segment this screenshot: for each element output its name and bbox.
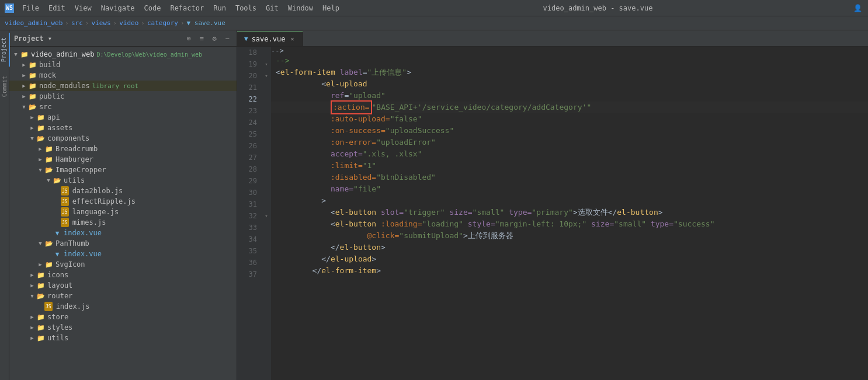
tree-utils-src[interactable]: ▶ 📁 utils bbox=[9, 333, 237, 343]
tree-index-vue-panthumb[interactable]: ▼ index.vue bbox=[9, 249, 237, 259]
breadcrumb-category[interactable]: category bbox=[147, 19, 178, 27]
editor-tab-save-vue[interactable]: ▼ save.vue ✕ bbox=[237, 31, 303, 46]
tab-close-btn[interactable]: ✕ bbox=[289, 36, 296, 43]
breadcrumb-views[interactable]: views bbox=[91, 19, 110, 27]
gutter-22 bbox=[262, 93, 271, 105]
tree-breadcrumb[interactable]: ▶ 📁 Breadcrumb bbox=[9, 144, 237, 154]
root-folder-icon: 📁 bbox=[20, 50, 29, 59]
tree-index-vue-imagecropper[interactable]: ▼ index.vue bbox=[9, 228, 237, 238]
tree-src[interactable]: ▼ 📂 src bbox=[9, 102, 237, 112]
code-line-37 bbox=[271, 277, 868, 288]
api-arrow-icon: ▶ bbox=[28, 113, 36, 121]
code-line-34: </el-button> bbox=[271, 242, 868, 253]
gutter-33 bbox=[262, 222, 271, 233]
breadcrumb-folder-icon: 📁 bbox=[44, 144, 54, 154]
menu-git[interactable]: Git bbox=[261, 3, 283, 13]
gutter-30 bbox=[262, 187, 271, 198]
tree-router[interactable]: ▼ 📂 router bbox=[9, 291, 237, 301]
language-label: language.js bbox=[72, 208, 119, 216]
menu-refactor[interactable]: Refactor bbox=[165, 3, 209, 13]
tree-store[interactable]: ▶ 📁 store bbox=[9, 312, 237, 322]
mimes-arrow-icon bbox=[53, 218, 61, 226]
menu-run[interactable]: Run bbox=[209, 3, 231, 13]
breadcrumb-arrow-icon: ▶ bbox=[36, 145, 44, 153]
code-line-20: <el-upload bbox=[271, 78, 868, 90]
index-vue-panthumb-label: index.vue bbox=[64, 250, 102, 258]
code-line-36: </el-form-item> bbox=[271, 265, 868, 277]
line-num-33: 33 bbox=[237, 222, 262, 233]
gutter-34 bbox=[262, 233, 271, 245]
hamburger-folder-icon: 📁 bbox=[44, 155, 54, 164]
sidebar-minimize-btn[interactable]: − bbox=[223, 34, 232, 43]
menu-window[interactable]: Window bbox=[283, 3, 318, 13]
node-modules-label: node_modules bbox=[39, 82, 90, 90]
breadcrumb-project[interactable]: video_admin_web bbox=[5, 19, 63, 27]
tree-effectripple[interactable]: JS effectRipple.js bbox=[9, 196, 237, 207]
menu-help[interactable]: Help bbox=[318, 3, 344, 13]
code-line-19: <el-form-item label="上传信息"> bbox=[271, 67, 868, 78]
tree-router-index-js[interactable]: JS index.js bbox=[9, 301, 237, 312]
effectripple-arrow-icon bbox=[53, 197, 61, 205]
tree-mock[interactable]: ▶ 📁 mock bbox=[9, 70, 237, 81]
menu-view[interactable]: View bbox=[70, 3, 96, 13]
panthumb-arrow-icon: ▼ bbox=[36, 239, 44, 247]
tree-icons[interactable]: ▶ 📁 icons bbox=[9, 270, 237, 280]
code-line-25: :on-error="uploadError" bbox=[271, 137, 868, 148]
effectripple-label: effectRipple.js bbox=[72, 197, 136, 205]
breadcrumb-src[interactable]: src bbox=[71, 19, 83, 27]
line-num-27: 27 bbox=[237, 152, 262, 163]
tree-public[interactable]: ▶ 📁 public bbox=[9, 91, 237, 102]
gutter-26 bbox=[262, 140, 271, 152]
mock-arrow-icon: ▶ bbox=[20, 71, 28, 79]
menu-edit[interactable]: Edit bbox=[44, 3, 70, 13]
tree-build[interactable]: ▶ 📁 build bbox=[9, 60, 237, 70]
tree-data2blob[interactable]: JS data2blob.js bbox=[9, 186, 237, 196]
tree-mimes[interactable]: JS mimes.js bbox=[9, 217, 237, 228]
gutter-31 bbox=[262, 198, 271, 210]
sidebar-structure-btn[interactable]: ≡ bbox=[197, 34, 206, 43]
tree-language[interactable]: JS language.js bbox=[9, 207, 237, 217]
tree-svgicon[interactable]: ▶ 📁 SvgIcon bbox=[9, 259, 237, 270]
language-file-icon: JS bbox=[61, 207, 69, 217]
styles-folder-icon: 📁 bbox=[36, 323, 46, 332]
menu-file[interactable]: File bbox=[18, 3, 44, 13]
sidebar-add-btn[interactable]: ⊕ bbox=[184, 34, 193, 43]
tree-hamburger[interactable]: ▶ 📁 Hamburger bbox=[9, 154, 237, 165]
tree-utils-inner[interactable]: ▼ 📂 utils bbox=[9, 175, 237, 186]
tree-panthumb[interactable]: ▼ 📂 PanThumb bbox=[9, 238, 237, 249]
line-num-29: 29 bbox=[237, 175, 262, 187]
sidebar-gear-btn[interactable]: ⚙ bbox=[210, 34, 219, 43]
tree-root[interactable]: ▼ 📁 video_admin_web D:\Develop\Web\video… bbox=[9, 49, 237, 60]
utils-inner-label: utils bbox=[64, 176, 85, 184]
menu-tools[interactable]: Tools bbox=[231, 3, 261, 13]
router-folder-icon: 📂 bbox=[36, 291, 46, 301]
code-lines[interactable]: --> --> <el-form-item label="上传信息"> <el-… bbox=[271, 47, 868, 380]
tree-imagecropper[interactable]: ▼ 📂 ImageCropper bbox=[9, 165, 237, 175]
sidebar-title: Project ▾ bbox=[14, 34, 180, 43]
line-numbers: 18 19 20 21 22 23 24 25 26 27 28 29 30 3… bbox=[237, 47, 262, 380]
left-tab-project[interactable]: Project bbox=[0, 33, 10, 67]
code-content[interactable]: 18 19 20 21 22 23 24 25 26 27 28 29 30 3… bbox=[237, 47, 868, 380]
menu-code[interactable]: Code bbox=[140, 3, 166, 13]
tree-styles[interactable]: ▶ 📁 styles bbox=[9, 322, 237, 333]
tree-components[interactable]: ▼ 📂 components bbox=[9, 133, 237, 144]
mimes-label: mimes.js bbox=[72, 218, 106, 226]
line-num-34: 34 bbox=[237, 233, 262, 245]
store-folder-icon: 📁 bbox=[36, 312, 46, 322]
utils-inner-folder-icon: 📂 bbox=[53, 176, 62, 185]
data2blob-file-icon: JS bbox=[61, 186, 69, 196]
code-line-35: </el-upload> bbox=[271, 253, 868, 265]
src-folder-icon: 📂 bbox=[28, 102, 37, 111]
left-tab-commit[interactable]: Commit bbox=[0, 71, 9, 102]
tree-api[interactable]: ▶ 📁 api bbox=[9, 112, 237, 123]
panthumb-folder-icon: 📂 bbox=[44, 239, 54, 248]
tree-layout[interactable]: ▶ 📁 layout bbox=[9, 280, 237, 291]
mock-label: mock bbox=[39, 71, 56, 79]
app-icon: WS bbox=[5, 4, 14, 13]
breadcrumb-video[interactable]: video bbox=[119, 19, 138, 27]
layout-label: layout bbox=[47, 281, 72, 290]
tree-assets[interactable]: ▶ 📁 assets bbox=[9, 123, 237, 133]
menu-navigate[interactable]: Navigate bbox=[96, 3, 140, 13]
tree-node-modules[interactable]: ▶ 📁 node_modules library root bbox=[9, 81, 237, 91]
assets-folder-icon: 📁 bbox=[36, 123, 46, 133]
